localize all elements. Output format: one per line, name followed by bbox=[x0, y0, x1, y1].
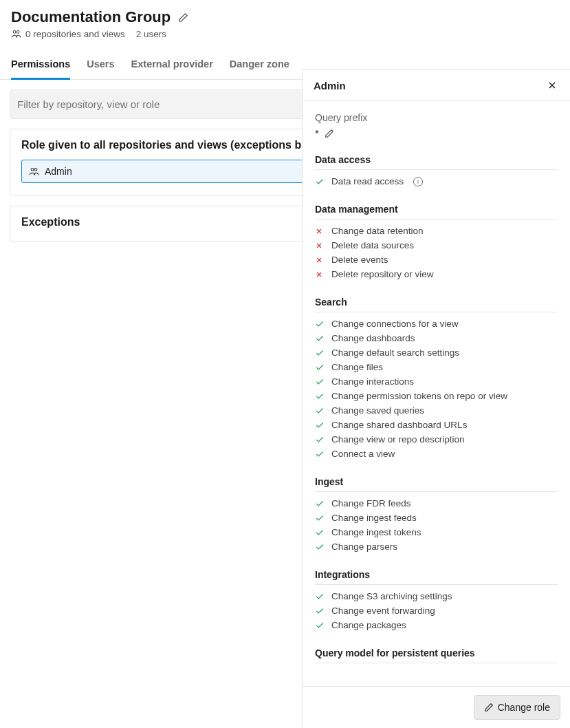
check-icon bbox=[315, 348, 325, 358]
perm-item: Change packages bbox=[315, 618, 558, 632]
perm-label: Change packages bbox=[331, 620, 406, 630]
perm-label: Change dashboards bbox=[331, 333, 415, 343]
perm-label: Change permission tokens on repo or view bbox=[331, 391, 507, 401]
users-label: 2 users bbox=[136, 29, 166, 39]
perm-label: Connect a view bbox=[331, 449, 395, 459]
perm-list bbox=[315, 663, 558, 680]
edit-prefix-button[interactable] bbox=[325, 129, 334, 138]
check-icon bbox=[315, 499, 325, 508]
perm-item: Change data retention bbox=[315, 224, 558, 238]
perm-item: Delete events bbox=[315, 253, 558, 267]
users-count: 2 users bbox=[136, 29, 166, 39]
cross-icon bbox=[315, 256, 325, 264]
perm-label: Change S3 archiving settings bbox=[331, 591, 452, 601]
check-icon bbox=[315, 420, 325, 430]
perm-item: Change FDR feeds bbox=[315, 496, 558, 511]
perm-item: Change files bbox=[315, 360, 558, 374]
tab-permissions[interactable]: Permissions bbox=[11, 52, 70, 80]
check-icon bbox=[315, 363, 325, 372]
check-icon bbox=[315, 606, 325, 616]
repos-views-count: 0 repositories and views bbox=[11, 29, 125, 39]
perm-item: Change event forwarding bbox=[315, 603, 558, 618]
check-icon bbox=[315, 406, 325, 416]
check-icon bbox=[315, 449, 325, 459]
perm-label: Change FDR feeds bbox=[331, 498, 411, 508]
perm-list: Change FDR feedsChange ingest feedsChang… bbox=[315, 492, 558, 566]
role-detail-panel: Admin Query prefix * Data accessData rea… bbox=[302, 69, 570, 728]
perm-label: Data read access bbox=[331, 176, 404, 186]
perm-section-title: Search bbox=[315, 297, 558, 312]
query-prefix-label: Query prefix bbox=[315, 112, 558, 123]
perm-item: Change connections for a view bbox=[315, 317, 558, 331]
page-title: Documentation Group bbox=[11, 8, 171, 26]
pencil-icon bbox=[325, 129, 334, 138]
perm-item: Data read accessi bbox=[315, 174, 558, 189]
perm-item: Change ingest tokens bbox=[315, 525, 558, 539]
perm-label: Change ingest tokens bbox=[331, 527, 421, 537]
perm-label: Change interactions bbox=[331, 376, 414, 387]
repos-views-label: 0 repositories and views bbox=[25, 29, 125, 39]
pencil-icon bbox=[484, 703, 494, 712]
check-icon bbox=[315, 542, 325, 552]
perm-item: Connect a view bbox=[315, 447, 558, 461]
query-prefix-value: * bbox=[315, 127, 319, 139]
check-icon bbox=[315, 621, 325, 630]
check-icon bbox=[315, 528, 325, 537]
perm-label: Change data retention bbox=[331, 226, 424, 236]
perm-label: Delete data sources bbox=[331, 240, 414, 250]
perm-list: Change data retentionDelete data sources… bbox=[315, 220, 558, 294]
pencil-icon bbox=[178, 12, 188, 23]
close-button[interactable] bbox=[545, 78, 559, 92]
perm-item: Change parsers bbox=[315, 539, 558, 554]
svg-point-0 bbox=[13, 31, 16, 34]
perm-item: Change ingest feeds bbox=[315, 511, 558, 525]
perm-item: Change S3 archiving settings bbox=[315, 589, 558, 603]
cross-icon bbox=[315, 270, 325, 279]
perm-list: Change S3 archiving settingsChange event… bbox=[315, 585, 558, 645]
perm-item: Change dashboards bbox=[315, 331, 558, 345]
perm-item: Change view or repo description bbox=[315, 432, 558, 447]
check-icon bbox=[315, 319, 325, 329]
check-icon bbox=[315, 392, 325, 401]
perm-item: Change default search settings bbox=[315, 345, 558, 360]
tab-users[interactable]: Users bbox=[87, 52, 114, 80]
tab-external-provider[interactable]: External provider bbox=[131, 52, 213, 80]
check-icon bbox=[315, 513, 325, 523]
perm-label: Change parsers bbox=[331, 542, 397, 552]
perm-list: Data read accessi bbox=[315, 170, 558, 201]
tab-danger-zone[interactable]: Danger zone bbox=[230, 52, 289, 80]
change-role-label: Change role bbox=[498, 702, 550, 713]
check-icon bbox=[315, 177, 325, 186]
cross-icon bbox=[315, 227, 325, 235]
perm-label: Change connections for a view bbox=[331, 319, 459, 329]
perm-list: Change connections for a viewChange dash… bbox=[315, 312, 558, 473]
perm-label: Change default search settings bbox=[331, 347, 459, 358]
perm-item: Change shared dashboard URLs bbox=[315, 418, 558, 432]
info-icon[interactable]: i bbox=[413, 177, 423, 186]
perm-label: Change saved queries bbox=[331, 405, 424, 416]
perm-section-title: Integrations bbox=[315, 569, 558, 585]
panel-footer: Change role bbox=[303, 686, 570, 728]
perm-item: Delete repository or view bbox=[315, 267, 558, 281]
panel-title: Admin bbox=[314, 80, 346, 92]
group-icon bbox=[29, 167, 39, 177]
perm-item: Delete data sources bbox=[315, 238, 558, 253]
perm-label: Change files bbox=[331, 362, 383, 372]
perm-item: Change saved queries bbox=[315, 403, 558, 418]
perm-item: Change permission tokens on repo or view bbox=[315, 389, 558, 403]
edit-title-button[interactable] bbox=[176, 10, 190, 24]
svg-point-3 bbox=[34, 168, 37, 171]
perm-label: Change shared dashboard URLs bbox=[331, 420, 467, 430]
change-role-button[interactable]: Change role bbox=[474, 695, 560, 720]
close-icon bbox=[547, 80, 558, 91]
svg-point-2 bbox=[31, 168, 34, 171]
perm-label: Delete repository or view bbox=[331, 269, 434, 279]
group-icon bbox=[11, 29, 21, 39]
check-icon bbox=[315, 592, 325, 601]
check-icon bbox=[315, 334, 325, 343]
check-icon bbox=[315, 377, 325, 387]
role-chip-label: Admin bbox=[45, 166, 72, 177]
cross-icon bbox=[315, 242, 325, 250]
perm-label: Change ingest feeds bbox=[331, 513, 417, 523]
perm-label: Change view or repo description bbox=[331, 434, 465, 445]
